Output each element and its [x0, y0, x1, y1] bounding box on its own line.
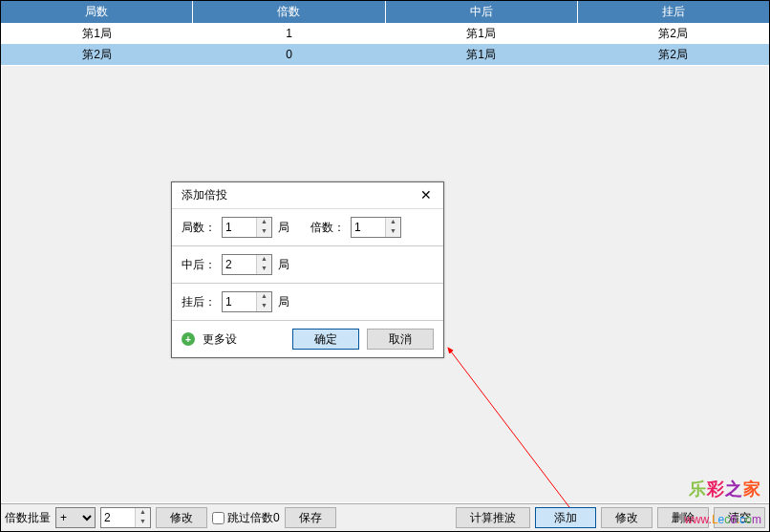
after-win-stepper[interactable]: ▲▼: [222, 254, 272, 275]
edit-button[interactable]: 修改: [601, 507, 652, 528]
after-win-input[interactable]: [223, 255, 256, 274]
chevron-down-icon[interactable]: ▼: [256, 302, 271, 311]
rounds-input[interactable]: [223, 218, 256, 237]
save-button[interactable]: 保存: [285, 507, 336, 528]
col-header[interactable]: 中后: [386, 1, 578, 23]
table-row[interactable]: 第1局 1 第1局 第2局: [1, 23, 769, 44]
chevron-up-icon[interactable]: ▲: [256, 292, 271, 302]
more-settings-link[interactable]: 更多设: [203, 331, 237, 348]
add-multiplier-dialog: 添加倍投 ✕ 局数： ▲▼ 局 倍数： ▲▼ 中后： ▲▼ 局: [171, 181, 444, 358]
multiplier-stepper[interactable]: ▲▼: [351, 217, 401, 238]
plus-icon: +: [182, 332, 195, 346]
unit-label: 局: [278, 257, 289, 273]
close-icon[interactable]: ✕: [415, 186, 438, 205]
after-lose-input[interactable]: [223, 292, 256, 311]
col-header[interactable]: 挂后: [578, 1, 769, 23]
chevron-down-icon[interactable]: ▼: [385, 227, 400, 237]
cell: 1: [193, 23, 385, 44]
batch-value-input[interactable]: [101, 508, 135, 527]
chevron-up-icon[interactable]: ▲: [256, 218, 271, 227]
modify-button[interactable]: 修改: [156, 507, 207, 528]
skip-zero-input[interactable]: [212, 512, 225, 524]
bottom-toolbar: 倍数批量 + ▲▼ 修改 跳过倍数0 保存 计算推波 添加 修改 删除 清空: [1, 503, 769, 531]
chevron-down-icon[interactable]: ▼: [256, 265, 271, 274]
cell: 0: [193, 44, 385, 65]
skip-zero-label: 跳过倍数0: [227, 510, 280, 526]
col-header[interactable]: 局数: [1, 1, 193, 23]
batch-value-stepper[interactable]: ▲▼: [100, 507, 151, 528]
multiplier-label: 倍数：: [310, 220, 345, 236]
calc-button[interactable]: 计算推波: [456, 507, 530, 528]
unit-label: 局: [278, 294, 289, 310]
after-win-label: 中后：: [182, 257, 216, 273]
cell: 第1局: [385, 44, 577, 65]
batch-label: 倍数批量: [5, 510, 51, 526]
chevron-down-icon[interactable]: ▼: [256, 227, 271, 237]
operator-select[interactable]: +: [55, 507, 96, 528]
table-header-row: 局数 倍数 中后 挂后: [1, 1, 769, 23]
col-header[interactable]: 倍数: [193, 1, 385, 23]
ok-button[interactable]: 确定: [292, 329, 359, 350]
watermark-url: www.Lec6.com: [684, 513, 761, 526]
dialog-title: 添加倍投: [182, 187, 227, 203]
chevron-up-icon[interactable]: ▲: [385, 218, 400, 227]
after-lose-stepper[interactable]: ▲▼: [222, 291, 272, 312]
cancel-button[interactable]: 取消: [367, 329, 434, 350]
cell: 第1局: [1, 23, 193, 44]
chevron-up-icon[interactable]: ▲: [135, 508, 150, 518]
table-row[interactable]: 第2局 0 第1局 第2局: [1, 44, 769, 65]
cell: 第2局: [577, 23, 769, 44]
chevron-down-icon[interactable]: ▼: [135, 518, 150, 527]
after-lose-label: 挂后：: [182, 294, 216, 310]
rounds-stepper[interactable]: ▲▼: [222, 217, 272, 238]
rounds-label: 局数：: [182, 220, 216, 236]
cell: 第2局: [1, 44, 193, 65]
unit-label: 局: [278, 220, 289, 236]
data-table: 局数 倍数 中后 挂后 第1局 1 第1局 第2局 第2局 0 第1局 第2局: [1, 1, 769, 65]
watermark-logo: 乐彩之家: [689, 478, 761, 500]
add-button[interactable]: 添加: [535, 507, 596, 528]
skip-zero-checkbox[interactable]: 跳过倍数0: [212, 510, 280, 526]
multiplier-input[interactable]: [352, 218, 385, 237]
cell: 第1局: [385, 23, 577, 44]
cell: 第2局: [577, 44, 769, 65]
chevron-up-icon[interactable]: ▲: [256, 255, 271, 265]
